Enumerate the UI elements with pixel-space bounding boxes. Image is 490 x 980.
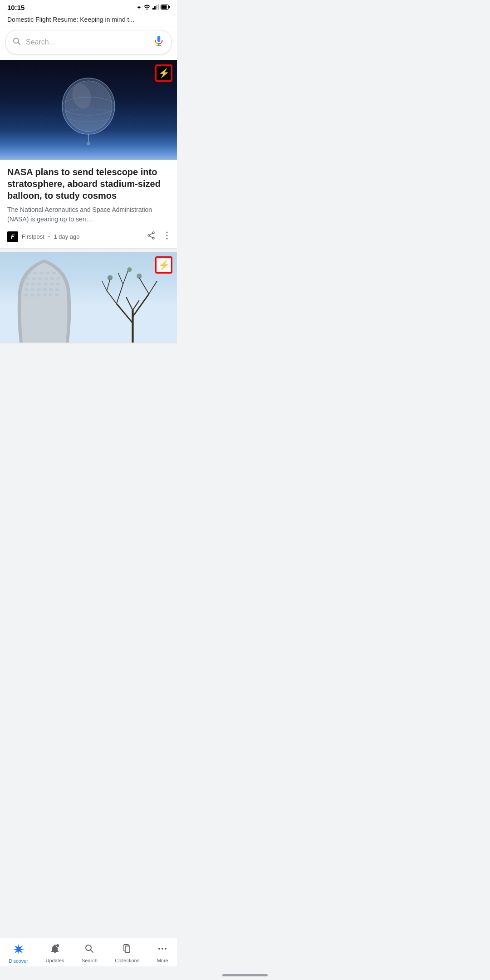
svg-rect-42 — [50, 283, 54, 285]
svg-point-71 — [127, 267, 132, 272]
svg-rect-36 — [50, 277, 54, 279]
article-card-city[interactable]: ⚡ — [0, 252, 177, 343]
article-image-nasa: ⚡ — [0, 60, 177, 160]
article-card-nasa[interactable]: ⚡ NASA plans to send telescope into stra… — [0, 60, 177, 248]
svg-rect-48 — [49, 289, 53, 291]
svg-rect-5 — [162, 5, 167, 9]
svg-rect-6 — [169, 6, 170, 8]
svg-point-19 — [152, 232, 154, 234]
lightning-badge-nasa[interactable]: ⚡ — [155, 64, 172, 82]
share-button-nasa[interactable] — [145, 230, 157, 244]
svg-point-72 — [137, 274, 142, 279]
source-logo-nasa: F — [7, 231, 18, 242]
search-bar-container: Search... — [0, 26, 177, 60]
svg-rect-54 — [49, 294, 53, 296]
svg-point-26 — [167, 238, 168, 240]
svg-point-70 — [108, 275, 113, 280]
svg-rect-52 — [37, 294, 40, 296]
svg-rect-40 — [38, 283, 41, 285]
article-title-nasa[interactable]: NASA plans to send telescope into strato… — [7, 166, 170, 201]
svg-line-8 — [18, 42, 20, 44]
status-time: 10:15 — [7, 4, 24, 11]
svg-rect-9 — [157, 36, 161, 42]
svg-rect-18 — [87, 142, 90, 145]
lightning-icon: ⚡ — [158, 68, 170, 78]
svg-rect-38 — [25, 283, 29, 285]
search-icon — [12, 37, 21, 48]
svg-rect-34 — [38, 277, 42, 279]
status-bar: 10:15 ✦ — [0, 0, 177, 13]
svg-rect-37 — [57, 277, 60, 279]
svg-rect-2 — [156, 5, 157, 10]
signal-icon — [152, 4, 159, 11]
svg-rect-30 — [46, 272, 49, 274]
svg-rect-47 — [43, 289, 47, 291]
svg-rect-39 — [31, 283, 35, 285]
svg-rect-51 — [30, 294, 34, 296]
svg-rect-43 — [56, 283, 59, 285]
svg-rect-44 — [24, 289, 28, 291]
wifi-icon — [143, 4, 151, 11]
lightning-badge-city[interactable]: ⚡ — [155, 256, 172, 274]
svg-rect-29 — [39, 272, 43, 274]
status-icons: ✦ — [137, 4, 170, 11]
article-image-city: ⚡ — [0, 252, 177, 343]
content-scroll: ⚡ NASA plans to send telescope into stra… — [0, 60, 177, 387]
svg-rect-3 — [158, 4, 159, 10]
svg-rect-28 — [34, 272, 37, 274]
svg-rect-1 — [154, 6, 156, 10]
svg-rect-0 — [152, 8, 154, 10]
article-actions-nasa — [145, 230, 170, 244]
svg-rect-32 — [26, 277, 29, 279]
article-snippet-nasa: The National Aeronautics and Space Admin… — [7, 205, 170, 224]
svg-point-24 — [167, 232, 168, 233]
svg-rect-49 — [55, 289, 59, 291]
svg-rect-55 — [55, 294, 59, 296]
sparkle-icon: ✦ — [137, 4, 142, 11]
mic-icon[interactable] — [153, 35, 165, 49]
svg-rect-41 — [44, 283, 47, 285]
svg-rect-31 — [52, 272, 55, 274]
search-bar[interactable]: Search... — [5, 30, 172, 54]
partial-headline: Domestic Flight Resume: Keeping in mind … — [0, 13, 177, 26]
svg-rect-27 — [27, 272, 31, 274]
article-meta-nasa: F Firstpost • 1 day ago — [7, 230, 170, 244]
svg-line-22 — [150, 233, 152, 235]
svg-point-25 — [167, 235, 168, 236]
battery-icon — [161, 4, 170, 11]
svg-rect-45 — [31, 289, 34, 291]
source-name-nasa: Firstpost — [22, 233, 44, 240]
more-options-button-nasa[interactable] — [164, 230, 170, 244]
lightning-icon-city: ⚡ — [158, 260, 170, 270]
search-placeholder[interactable]: Search... — [26, 38, 148, 46]
source-time-nasa: 1 day ago — [54, 233, 79, 240]
svg-rect-35 — [44, 277, 48, 279]
article-content-nasa: NASA plans to send telescope into strato… — [0, 160, 177, 248]
svg-point-21 — [148, 235, 150, 236]
svg-rect-50 — [24, 294, 28, 296]
svg-line-23 — [150, 236, 152, 238]
svg-point-20 — [152, 237, 154, 239]
svg-rect-46 — [37, 289, 40, 291]
svg-rect-53 — [43, 294, 46, 296]
article-source-nasa: F Firstpost • 1 day ago — [7, 231, 80, 242]
svg-rect-33 — [32, 277, 35, 279]
